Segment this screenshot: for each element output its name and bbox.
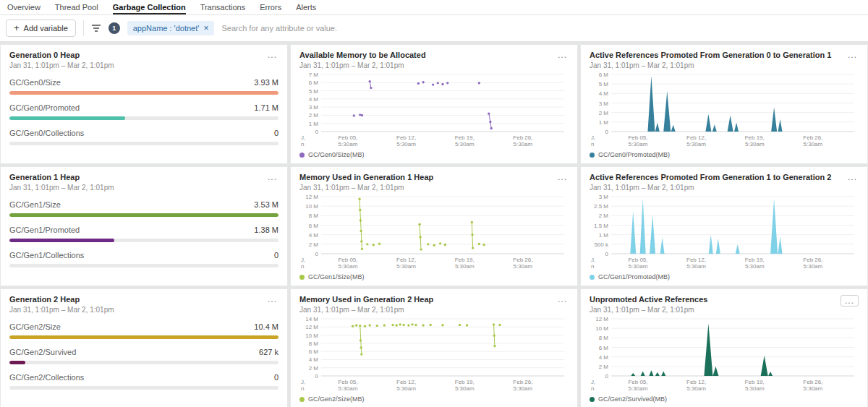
- panel-menu-button[interactable]: ...: [266, 295, 278, 304]
- metric-value: 3.53 M: [254, 200, 278, 209]
- metric-label: GC/Gen1/Collections: [9, 251, 84, 260]
- svg-text:J,: J,: [591, 134, 595, 141]
- svg-text:5:30am: 5:30am: [745, 141, 765, 147]
- panel-menu-button[interactable]: ...: [846, 173, 859, 181]
- search-input[interactable]: Search for any attribute or value.: [221, 24, 862, 33]
- metric-line: GC/Gen2/Collections0: [9, 373, 278, 382]
- svg-text:2 M: 2 M: [599, 364, 609, 370]
- filter-pill[interactable]: appName : 'dotnet' ×: [127, 21, 215, 35]
- metric-label: GC/Gen1/Size: [9, 200, 61, 209]
- svg-text:Feb 12,: Feb 12,: [396, 257, 416, 263]
- panel-6: Active References Promoted From Generati…: [580, 166, 868, 286]
- metric-value: 0: [274, 251, 278, 260]
- svg-text:Feb 05,: Feb 05,: [628, 257, 647, 263]
- legend-label: GC/Gen0/Promoted(MB): [598, 151, 670, 158]
- panel-1: Generation 0 HeapJan 31, 1:01pm – Mar 2,…: [0, 44, 288, 164]
- metric-label: GC/Gen0/Promoted: [9, 103, 80, 112]
- metric-bar-track: [9, 213, 278, 217]
- panel-menu-button[interactable]: ...: [846, 51, 859, 59]
- svg-text:12 M: 12 M: [305, 194, 318, 200]
- metric-bar-track: [9, 335, 278, 339]
- svg-text:2.5 M: 2.5 M: [594, 203, 608, 210]
- svg-text:0: 0: [315, 251, 319, 257]
- svg-text:2 M: 2 M: [309, 112, 319, 119]
- svg-text:Feb 19,: Feb 19,: [455, 257, 475, 263]
- panel-menu-button[interactable]: ...: [556, 51, 569, 59]
- svg-text:5:30am: 5:30am: [804, 385, 823, 392]
- metric-row: GC/Gen0/Promoted1.71 M: [9, 103, 278, 120]
- metric-value: 1.38 M: [254, 226, 278, 234]
- chart-legend: GC/Gen1/Size(MB): [299, 273, 569, 280]
- chart-area: 3 M2.5 M2 M1.5 M1 M500 k0J,nFeb 05,5:30a…: [590, 193, 859, 273]
- metric-row: GC/Gen2/Collections0: [9, 373, 278, 390]
- metric-value: 10.4 M: [254, 322, 278, 331]
- svg-text:5 M: 5 M: [599, 81, 609, 87]
- svg-text:4 M: 4 M: [309, 356, 319, 363]
- metric-value: 3.93 M: [254, 78, 278, 87]
- panel-header: Active References Promoted From Generati…: [590, 51, 859, 69]
- metric-label: GC/Gen2/Size: [9, 322, 61, 331]
- panel-header-text: Memory Used in Generation 2 HeapJan 31, …: [299, 295, 433, 314]
- svg-text:6 M: 6 M: [599, 72, 609, 78]
- chart-legend: GC/Gen2/Survived(MB): [590, 395, 859, 403]
- svg-text:n: n: [301, 385, 304, 392]
- svg-text:5:30am: 5:30am: [514, 141, 533, 147]
- svg-text:J,: J,: [301, 257, 305, 263]
- svg-text:1 M: 1 M: [599, 232, 609, 239]
- svg-text:5:30am: 5:30am: [686, 141, 706, 147]
- svg-text:Feb 12,: Feb 12,: [396, 379, 416, 385]
- filter-icon[interactable]: [91, 24, 101, 33]
- svg-text:5:30am: 5:30am: [455, 263, 475, 270]
- metric-bar-fill: [9, 335, 278, 339]
- svg-text:2 M: 2 M: [599, 213, 609, 219]
- remove-filter-icon[interactable]: ×: [203, 25, 208, 32]
- panel-title: Unpromoted Active References: [590, 295, 707, 304]
- metric-bar-fill: [9, 116, 125, 120]
- panel-header-text: Available Memory to be AllocatedJan 31, …: [299, 51, 426, 69]
- panel-menu-button[interactable]: ...: [266, 173, 278, 181]
- metric-value: 0: [274, 129, 278, 137]
- filter-count-badge: 1: [109, 22, 120, 34]
- svg-text:5:30am: 5:30am: [514, 263, 533, 270]
- panel-header: Unpromoted Active ReferencesJan 31, 1:01…: [590, 295, 859, 314]
- svg-text:Feb 26,: Feb 26,: [513, 134, 532, 141]
- panel-5: Memory Used in Generation 1 HeapJan 31, …: [290, 166, 578, 286]
- panel-menu-button[interactable]: ...: [841, 295, 859, 307]
- panel-menu-button[interactable]: ...: [556, 173, 569, 181]
- panel-menu-button[interactable]: ...: [556, 295, 569, 304]
- svg-text:Feb 19,: Feb 19,: [745, 379, 765, 385]
- panel-7: Generation 2 HeapJan 31, 1:01pm – Mar 2,…: [0, 288, 288, 407]
- tab-thread-pool[interactable]: Thread Pool: [55, 0, 98, 14]
- svg-text:5:30am: 5:30am: [514, 385, 533, 392]
- add-variable-button[interactable]: + Add variable: [6, 20, 76, 37]
- tab-garbage-collection[interactable]: Garbage Collection: [113, 0, 186, 14]
- panel-subtitle: Jan 31, 1:01pm – Mar 2, 1:01pm: [9, 61, 114, 69]
- panel-title: Active References Promoted From Generati…: [590, 51, 831, 60]
- plus-icon: +: [14, 25, 20, 32]
- svg-text:Feb 26,: Feb 26,: [803, 379, 822, 385]
- panel-title: Generation 1 Heap: [9, 173, 114, 182]
- chart-canvas: 7 M6 M5 M4 M3 M2 M1 M0J,nFeb 05,5:30amFe…: [299, 71, 569, 147]
- tab-errors[interactable]: Errors: [260, 0, 281, 14]
- svg-text:0: 0: [605, 129, 609, 135]
- metric-label: GC/Gen1/Promoted: [9, 226, 80, 234]
- svg-text:14 M: 14 M: [305, 316, 318, 322]
- chart-canvas: 3 M2.5 M2 M1.5 M1 M500 k0J,nFeb 05,5:30a…: [590, 193, 859, 270]
- chart-legend: GC/Gen1/Promoted(MB): [590, 273, 859, 280]
- svg-text:Feb 26,: Feb 26,: [513, 379, 532, 385]
- tab-transactions[interactable]: Transactions: [200, 0, 246, 14]
- svg-text:5:30am: 5:30am: [629, 263, 648, 270]
- metric-line: GC/Gen1/Collections0: [9, 251, 278, 260]
- panel-menu-button[interactable]: ...: [266, 51, 278, 59]
- svg-text:J,: J,: [301, 134, 305, 141]
- panel-header: Available Memory to be AllocatedJan 31, …: [299, 51, 569, 69]
- svg-text:5:30am: 5:30am: [804, 141, 823, 147]
- svg-text:4 M: 4 M: [309, 232, 319, 239]
- svg-text:8 M: 8 M: [309, 213, 319, 219]
- svg-text:10 M: 10 M: [595, 325, 608, 332]
- metric-bar-track: [9, 361, 278, 364]
- tab-alerts[interactable]: Alerts: [296, 0, 316, 14]
- tab-overview[interactable]: Overview: [7, 0, 41, 14]
- metric-bar-track: [9, 264, 278, 267]
- metric-row: GC/Gen1/Collections0: [9, 251, 278, 267]
